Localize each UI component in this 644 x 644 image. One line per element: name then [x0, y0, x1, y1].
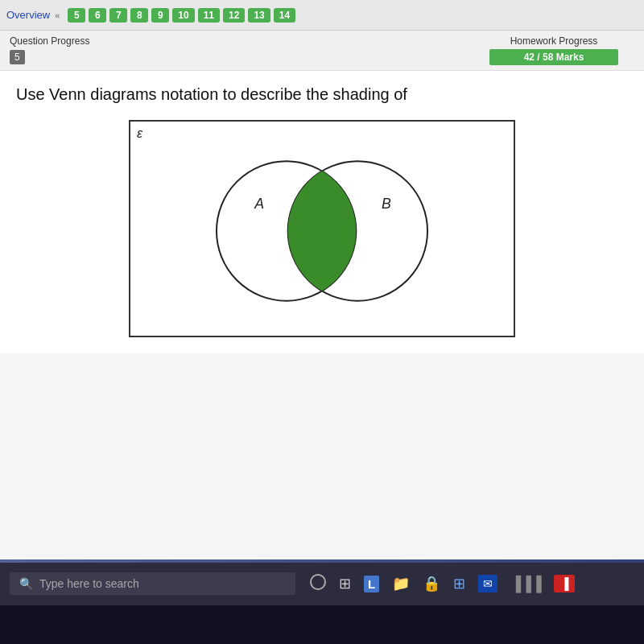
overview-link[interactable]: Overview [6, 9, 50, 21]
taskbar-circle-icon[interactable] [310, 574, 326, 594]
question-text: Use Venn diagrams notation to describe t… [16, 85, 628, 104]
taskbar-strip [0, 559, 644, 563]
homework-progress-container: Homework Progress 42 / 58 Marks [473, 35, 634, 65]
taskbar-bottom [0, 605, 644, 644]
top-nav: Overview « 5 6 7 8 9 10 11 12 13 14 [0, 0, 644, 31]
nav-num-14[interactable]: 14 [274, 8, 295, 23]
nav-num-10[interactable]: 10 [172, 8, 194, 23]
search-icon: 🔍 [19, 577, 33, 590]
question-area: Use Venn diagrams notation to describe t… [0, 71, 644, 112]
progress-bar: 42 / 58 Marks [489, 49, 618, 65]
nav-chevron: « [55, 10, 60, 20]
taskbar-grid-icon[interactable]: ⊞ [339, 575, 351, 592]
search-bar[interactable]: 🔍 Type here to search [10, 572, 295, 595]
search-text: Type here to search [39, 577, 139, 590]
nav-num-8[interactable]: 8 [130, 8, 148, 23]
nav-num-11[interactable]: 11 [198, 8, 220, 23]
question-progress-area: Question Progress 5 [10, 35, 89, 64]
taskbar-red-icon[interactable]: ▐ [554, 575, 575, 592]
main-content: Overview « 5 6 7 8 9 10 11 12 13 14 Ques… [0, 0, 644, 559]
taskbar: 🔍 Type here to search ⊞ L 📁 🔒 ⊞ ✉ ▐▐▐ ▐ [0, 559, 644, 644]
taskbar-windows-icon[interactable]: ⊞ [453, 575, 465, 592]
label-b: B [382, 196, 391, 212]
venn-svg: A B [130, 122, 514, 336]
circle-button[interactable] [310, 574, 326, 590]
taskbar-lock-icon[interactable]: 🔒 [423, 575, 440, 592]
taskbar-mail-icon[interactable]: ✉ [478, 575, 497, 592]
nav-num-12[interactable]: 12 [223, 8, 245, 23]
nav-num-6[interactable]: 6 [89, 8, 106, 23]
label-a: A [254, 196, 264, 212]
nav-num-9[interactable]: 9 [151, 8, 169, 23]
question-num-badge: 5 [10, 50, 25, 64]
taskbar-folder-icon[interactable]: 📁 [392, 575, 410, 592]
question-progress-label: Question Progress [10, 35, 89, 47]
taskbar-l-icon[interactable]: L [364, 576, 379, 592]
taskbar-main: 🔍 Type here to search ⊞ L 📁 🔒 ⊞ ✉ ▐▐▐ ▐ [0, 563, 644, 605]
taskbar-icons: ⊞ L 📁 🔒 ⊞ ✉ ▐▐▐ ▐ [310, 574, 575, 594]
homework-progress-label: Homework Progress [510, 35, 598, 47]
progress-section: Question Progress 5 Homework Progress 42… [0, 31, 644, 71]
nav-num-5[interactable]: 5 [68, 8, 85, 23]
nav-num-7[interactable]: 7 [109, 8, 127, 23]
venn-diagram-box: ε A B [129, 120, 515, 337]
taskbar-bars-icon[interactable]: ▐▐▐ [510, 576, 541, 592]
nav-num-13[interactable]: 13 [248, 8, 270, 23]
venn-container: ε A B [0, 112, 644, 353]
epsilon-label: ε [137, 126, 142, 141]
